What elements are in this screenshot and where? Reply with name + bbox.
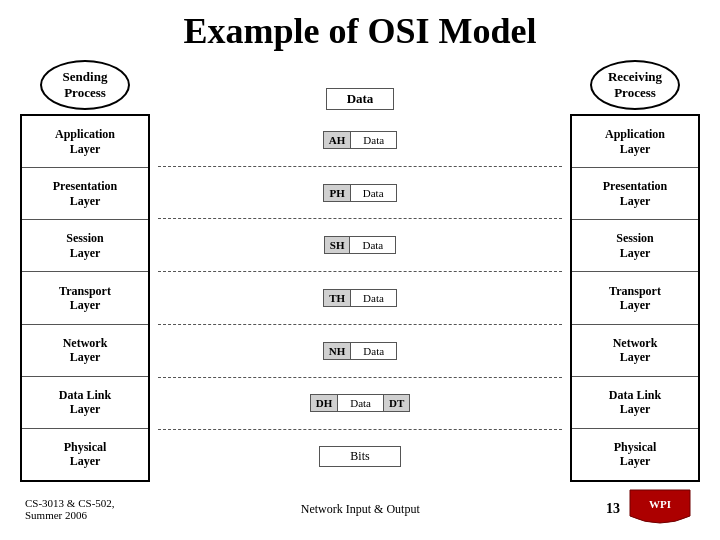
ah-header: AH xyxy=(324,132,352,148)
sending-bubble: SendingProcess xyxy=(40,60,130,110)
left-application-layer: ApplicationLayer xyxy=(22,116,148,168)
right-application-layer: ApplicationLayer xyxy=(572,116,698,168)
sending-area: SendingProcess ApplicationLayer Presenta… xyxy=(20,60,150,482)
right-datalink-layer: Data LinkLayer xyxy=(572,377,698,429)
application-data: Data xyxy=(351,132,396,148)
transport-middle-row: TH Data xyxy=(158,272,562,325)
footer: CS-3013 & CS-502,Summer 2006 Network Inp… xyxy=(20,488,700,530)
presentation-data: Data xyxy=(351,185,396,201)
left-datalink-layer: Data LinkLayer xyxy=(22,377,148,429)
presentation-middle-row: PH Data xyxy=(158,167,562,220)
dt-trailer: DT xyxy=(383,395,409,411)
left-presentation-layer: PresentationLayer xyxy=(22,168,148,220)
middle-layers: AH Data PH Data SH Data xyxy=(158,114,562,482)
course-info: CS-3013 & CS-502,Summer 2006 xyxy=(25,497,115,521)
page-number: 13 xyxy=(606,501,620,517)
network-packet: NH Data xyxy=(323,342,397,360)
right-presentation-layer: PresentationLayer xyxy=(572,168,698,220)
receiving-bubble: ReceivingProcess xyxy=(590,60,680,110)
transport-packet: TH Data xyxy=(323,289,397,307)
network-middle-row: NH Data xyxy=(158,325,562,378)
page: Example of OSI Model SendingProcess Appl… xyxy=(0,0,720,540)
presentation-packet: PH Data xyxy=(323,184,396,202)
svg-text:WPI: WPI xyxy=(649,498,671,510)
left-session-layer: SessionLayer xyxy=(22,220,148,272)
ph-header: PH xyxy=(324,185,350,201)
left-transport-layer: TransportLayer xyxy=(22,272,148,324)
th-header: TH xyxy=(324,290,351,306)
footer-right: 13 WPI xyxy=(606,488,695,530)
wpi-logo: WPI xyxy=(625,488,695,530)
nh-header: NH xyxy=(324,343,352,359)
network-data: Data xyxy=(351,343,396,359)
transport-data: Data xyxy=(351,290,396,306)
right-network-layer: NetworkLayer xyxy=(572,325,698,377)
datalink-middle-row: DH Data DT xyxy=(158,378,562,431)
application-middle-row: AH Data xyxy=(158,114,562,167)
right-transport-layer: TransportLayer xyxy=(572,272,698,324)
sh-header: SH xyxy=(325,237,351,253)
page-title: Example of OSI Model xyxy=(20,10,700,52)
right-layers: ApplicationLayer PresentationLayer Sessi… xyxy=(570,114,700,482)
bits-label: Bits xyxy=(319,446,400,467)
session-middle-row: SH Data xyxy=(158,219,562,272)
left-layers: ApplicationLayer PresentationLayer Sessi… xyxy=(20,114,150,482)
datalink-packet: DH Data DT xyxy=(310,394,411,412)
top-data-row: Data xyxy=(158,60,562,110)
top-data-label: Data xyxy=(326,88,395,110)
left-network-layer: NetworkLayer xyxy=(22,325,148,377)
session-packet: SH Data xyxy=(324,236,396,254)
footer-center-label: Network Input & Output xyxy=(301,502,420,517)
right-session-layer: SessionLayer xyxy=(572,220,698,272)
application-packet: AH Data xyxy=(323,131,397,149)
content-area: SendingProcess ApplicationLayer Presenta… xyxy=(20,60,700,482)
middle-col: Data AH Data PH Data xyxy=(150,60,570,482)
dh-header: DH xyxy=(311,395,339,411)
datalink-data: Data xyxy=(338,395,383,411)
left-physical-layer: PhysicalLayer xyxy=(22,429,148,480)
session-data: Data xyxy=(350,237,395,253)
receiving-area: ReceivingProcess ApplicationLayer Presen… xyxy=(570,60,700,482)
physical-middle-row: Bits xyxy=(158,430,562,482)
right-physical-layer: PhysicalLayer xyxy=(572,429,698,480)
